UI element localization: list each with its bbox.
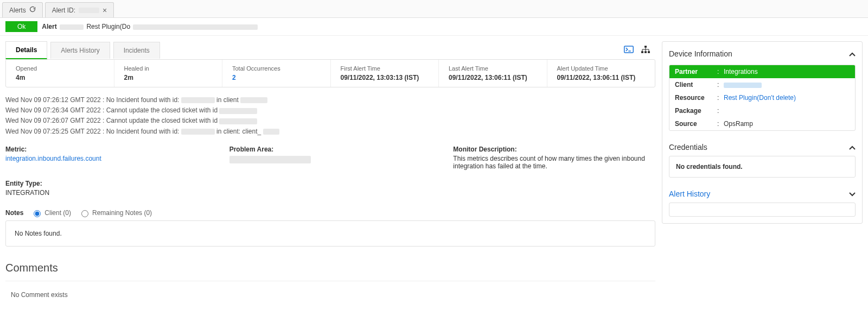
terminal-icon[interactable] xyxy=(624,46,634,55)
alert-history-title: Alert History xyxy=(669,190,710,198)
detail-metric: Metric: integration.inbound.failures.cou… xyxy=(5,146,208,170)
credentials-header[interactable]: Credentials xyxy=(669,142,856,153)
device-row-resource: Resource : Rest Plugin(Don't delete) xyxy=(669,91,855,104)
log-text: Wed Nov 09 07:26:34 GMT 2022 : Cannot up… xyxy=(5,106,218,114)
redacted-client-value xyxy=(724,83,762,88)
opened-value: 4m xyxy=(16,74,104,81)
metric-link[interactable]: integration.inbound.failures.count xyxy=(5,155,208,162)
source-value: OpsRamp xyxy=(724,120,850,128)
alert-log: Wed Nov 09 07:26:12 GMT 2022 : No Incide… xyxy=(5,87,655,140)
comments-heading: Comments xyxy=(5,262,655,274)
redacted-alert-rest xyxy=(133,24,258,30)
entity-type-label: Entity Type: xyxy=(5,180,208,187)
close-icon[interactable]: × xyxy=(103,7,107,14)
entity-type-value: INTEGRATION xyxy=(5,189,208,197)
summary-occurrences: Total Occurrences 2 xyxy=(222,60,331,87)
log-text: Wed Nov 09 07:25:25 GMT 2022 : No Incide… xyxy=(5,128,179,135)
last-time-value: 09/11/2022, 13:06:11 (IST) xyxy=(449,74,537,81)
summary-first-time: First Alert Time 09/11/2022, 13:03:13 (I… xyxy=(331,60,439,87)
log-line: Wed Nov 09 07:26:12 GMT 2022 : No Incide… xyxy=(5,95,655,105)
top-tab-bar: Alerts Alert ID: × xyxy=(0,0,868,18)
alert-history-panel xyxy=(669,203,856,217)
header-action-icons xyxy=(624,46,655,55)
redacted-problem-area xyxy=(229,156,311,163)
notes-header: Notes Client (0) Remaining Notes (0) xyxy=(5,209,655,217)
tab-alerts-history[interactable]: Alerts History xyxy=(50,42,110,59)
tab-alerts-label: Alerts xyxy=(9,7,26,14)
resource-key: Resource xyxy=(675,94,717,102)
tab-alert-id[interactable]: Alert ID: × xyxy=(45,2,114,17)
device-row-package: Package : xyxy=(669,104,855,117)
problem-area-label: Problem Area: xyxy=(229,146,432,153)
log-text: in client: client_ xyxy=(216,128,261,135)
refresh-icon[interactable] xyxy=(29,6,36,14)
log-line: Wed Nov 09 07:25:25 GMT 2022 : No Incide… xyxy=(5,127,655,137)
radio-remaining[interactable] xyxy=(81,210,88,217)
notes-panel: No Notes found. xyxy=(5,220,655,247)
notes-empty: No Notes found. xyxy=(15,230,62,237)
resource-link[interactable]: Rest Plugin(Don't delete) xyxy=(724,94,796,102)
healed-value: 2m xyxy=(124,74,213,81)
alert-detail-grid: Metric: integration.inbound.failures.cou… xyxy=(5,146,655,197)
summary-updated-time: Alert Updated Time 09/11/2022, 13:06:11 … xyxy=(547,60,655,87)
partner-value: Integrations xyxy=(724,68,850,75)
first-time-label: First Alert Time xyxy=(341,65,429,72)
left-column: Details Alerts History Incidents Opened … xyxy=(5,41,655,313)
occurrences-link[interactable]: 2 xyxy=(232,74,236,81)
radio-remaining-label: Remaining Notes (0) xyxy=(92,209,152,217)
device-row-partner: Partner : Integrations xyxy=(669,65,855,78)
chevron-up-icon xyxy=(849,49,856,58)
radio-client-label: Client (0) xyxy=(44,209,71,217)
package-key: Package xyxy=(675,107,717,115)
radio-client[interactable] xyxy=(34,210,41,217)
svg-rect-3 xyxy=(641,51,643,53)
svg-rect-0 xyxy=(624,46,634,53)
healed-label: Healed in xyxy=(124,65,213,72)
log-text: in client xyxy=(216,96,239,104)
client-key: Client xyxy=(675,81,717,89)
comments-panel: No Comment exists xyxy=(5,281,655,313)
first-time-value: 09/11/2022, 13:03:13 (IST) xyxy=(341,74,429,81)
monitor-label: Monitor Description: xyxy=(453,146,655,153)
source-key: Source xyxy=(675,120,717,128)
occurrences-label: Total Occurrences xyxy=(232,65,321,72)
detail-monitor-description: Monitor Description: This metrics descri… xyxy=(453,146,655,170)
detail-problem-area: Problem Area: xyxy=(229,146,432,170)
log-text: Wed Nov 09 07:26:12 GMT 2022 : No Incide… xyxy=(5,96,179,104)
alert-title-tail: Rest Plugin(Do xyxy=(86,23,130,30)
notes-filter-remaining[interactable]: Remaining Notes (0) xyxy=(79,209,152,217)
summary-last-time: Last Alert Time 09/11/2022, 13:06:11 (IS… xyxy=(439,60,547,87)
device-info-header[interactable]: Device Information xyxy=(669,48,856,59)
sub-tab-row: Details Alerts History Incidents xyxy=(5,41,655,59)
alert-title-prefix: Alert xyxy=(42,23,56,30)
tab-alert-id-label: Alert ID: xyxy=(52,7,75,14)
alert-history-header[interactable]: Alert History xyxy=(669,188,856,199)
device-info-title: Device Information xyxy=(669,49,732,58)
chevron-up-icon xyxy=(849,143,856,151)
notes-section-label: Notes xyxy=(5,209,23,217)
hierarchy-icon[interactable] xyxy=(641,46,650,55)
notes-filter-client[interactable]: Client (0) xyxy=(31,209,71,217)
status-badge: Ok xyxy=(5,21,37,32)
tab-details[interactable]: Details xyxy=(5,41,47,59)
device-row-client: Client : xyxy=(669,78,855,91)
right-column: Device Information Partner : Integration… xyxy=(662,41,863,224)
device-row-source: Source : OpsRamp xyxy=(669,117,855,130)
summary-opened: Opened 4m xyxy=(6,60,114,87)
monitor-value: This metrics describes count of how many… xyxy=(453,155,655,170)
svg-rect-4 xyxy=(644,51,647,53)
opened-label: Opened xyxy=(16,65,104,72)
alert-summary-strip: Opened 4m Healed in 2m Total Occurrences… xyxy=(5,59,655,87)
tab-incidents[interactable]: Incidents xyxy=(113,42,160,59)
credentials-panel: No credentials found. xyxy=(669,156,856,178)
redacted-id xyxy=(219,108,257,114)
log-text: Wed Nov 09 07:26:07 GMT 2022 : Cannot up… xyxy=(5,117,218,124)
credentials-empty: No credentials found. xyxy=(676,163,743,171)
credentials-title: Credentials xyxy=(669,143,707,151)
last-time-label: Last Alert Time xyxy=(449,65,537,72)
alert-title: Alert Rest Plugin(Do xyxy=(42,23,258,30)
redacted-id xyxy=(181,97,215,103)
tab-alerts[interactable]: Alerts xyxy=(2,2,43,17)
alert-status-bar: Ok Alert Rest Plugin(Do xyxy=(0,18,868,36)
device-info-box: Partner : Integrations Client : Resource… xyxy=(669,65,856,131)
